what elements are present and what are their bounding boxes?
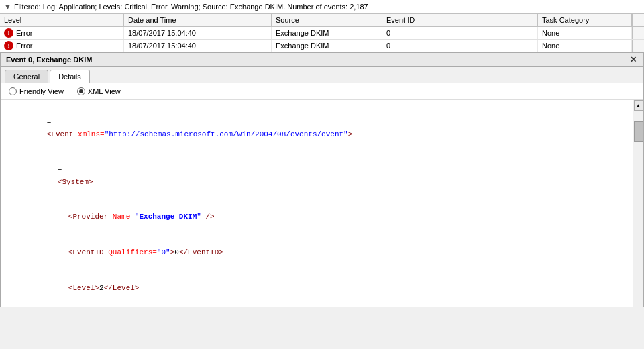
cell-datetime-1: 18/07/2017 15:04:40 [124, 27, 272, 39]
table-body: ! Error 18/07/2017 15:04:40 Exchange DKI… [0, 27, 644, 52]
level-text-2: Error [16, 42, 32, 50]
radio-circle-friendly [9, 87, 17, 95]
cell-task-2: None [538, 40, 632, 52]
xml-wrapper: − <Event xmlns="http://schemas.microsoft… [1, 100, 643, 307]
collapse-system[interactable]: − [58, 166, 62, 174]
xml-line-task: <Task>0</Task> [11, 306, 622, 307]
xml-line-eventid: <EventID Qualifiers="0">0</EventID> [11, 236, 622, 271]
detail-panel: Event 0, Exchange DKIM ✕ General Details… [0, 52, 644, 307]
xml-scrollbar[interactable]: ▲ [633, 100, 643, 307]
col-level[interactable]: Level [0, 14, 124, 26]
table-row[interactable]: ! Error 18/07/2017 15:04:40 Exchange DKI… [0, 40, 644, 52]
close-button[interactable]: ✕ [629, 55, 638, 64]
cell-source-2: Exchange DKIM [272, 40, 382, 52]
radio-label-friendly: Friendly View [19, 87, 64, 95]
col-source[interactable]: Source [272, 14, 382, 26]
tab-details[interactable]: Details [50, 70, 90, 83]
cell-task-1: None [538, 27, 632, 39]
cell-eventid-1: 0 [382, 27, 538, 39]
col-task[interactable]: Task Category [538, 14, 632, 26]
detail-title: Event 0, Exchange DKIM [6, 56, 92, 64]
xml-line-level: <Level>2</Level> [11, 270, 622, 306]
cell-eventid-2: 0 [382, 40, 538, 52]
scroll-up-arrow[interactable]: ▲ [634, 100, 643, 111]
cell-datetime-2: 18/07/2017 15:04:40 [124, 40, 272, 52]
error-icon-1: ! [4, 28, 13, 38]
cell-scroll-2 [632, 40, 644, 52]
cell-level-2: ! Error [0, 40, 124, 52]
tabs-bar: General Details [1, 67, 643, 83]
xml-content-area[interactable]: − <Event xmlns="http://schemas.microsoft… [1, 100, 633, 307]
scroll-thumb[interactable] [634, 121, 643, 142]
tab-general[interactable]: General [5, 70, 48, 83]
filter-icon: ▼ [4, 3, 11, 11]
filter-bar: ▼ Filtered: Log: Application; Levels: Cr… [0, 0, 644, 14]
col-eventid[interactable]: Event ID [382, 14, 538, 26]
table-header: Level Date and Time Source Event ID Task… [0, 14, 644, 27]
table-row[interactable]: ! Error 18/07/2017 15:04:40 Exchange DKI… [0, 27, 644, 40]
radio-bar: Friendly View XML View [1, 83, 643, 100]
cell-source-1: Exchange DKIM [272, 27, 382, 39]
radio-label-xml: XML View [88, 87, 121, 95]
cell-scroll-1 [632, 27, 644, 39]
radio-friendly-view[interactable]: Friendly View [9, 87, 64, 95]
detail-title-bar: Event 0, Exchange DKIM ✕ [1, 53, 643, 67]
cell-level-1: ! Error [0, 27, 124, 39]
radio-xml-view[interactable]: XML View [77, 87, 121, 95]
xml-line-provider: <Provider Name="Exchange DKIM" /> [11, 200, 622, 236]
radio-circle-xml [77, 87, 85, 95]
collapse-event[interactable]: − [47, 119, 52, 127]
xml-line-system-open: − <System> [11, 152, 622, 199]
error-icon-2: ! [4, 41, 13, 50]
filter-text: Filtered: Log: Application; Levels: Crit… [14, 3, 368, 11]
col-datetime[interactable]: Date and Time [124, 14, 272, 26]
col-scroll [632, 14, 644, 26]
level-text-1: Error [16, 29, 32, 37]
xml-line-event-open: − <Event xmlns="http://schemas.microsoft… [11, 105, 622, 152]
